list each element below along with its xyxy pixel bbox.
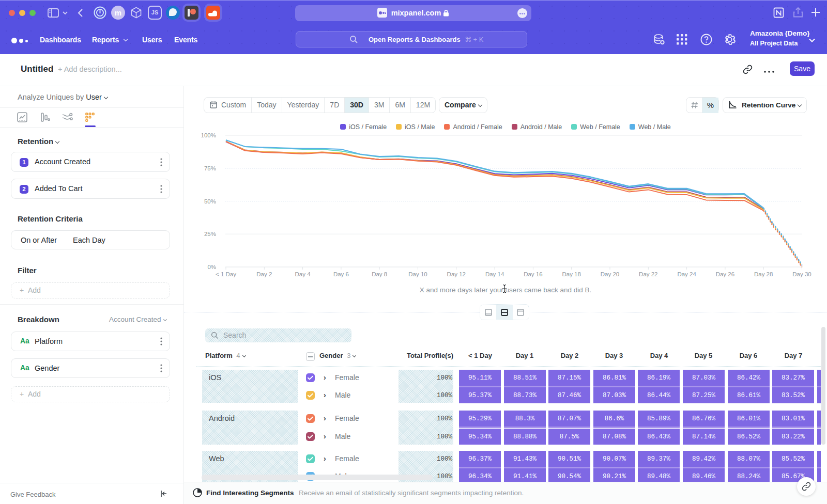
svg-text:Day 18: Day 18 xyxy=(562,271,580,277)
svg-text:< 1 Day: < 1 Day xyxy=(216,271,236,277)
svg-text:Day 4: Day 4 xyxy=(295,271,311,277)
svg-text:Day 16: Day 16 xyxy=(524,271,542,277)
svg-text:Day 22: Day 22 xyxy=(639,271,657,277)
svg-text:50%: 50% xyxy=(204,198,216,204)
svg-text:100%: 100% xyxy=(201,132,216,138)
svg-text:Day 12: Day 12 xyxy=(447,271,466,277)
svg-text:Day 14: Day 14 xyxy=(485,271,504,277)
svg-text:Day 10: Day 10 xyxy=(408,271,427,277)
svg-text:Day 28: Day 28 xyxy=(754,271,773,277)
svg-text:Day 24: Day 24 xyxy=(677,271,696,277)
svg-text:Day 8: Day 8 xyxy=(372,271,387,277)
svg-text:Day 20: Day 20 xyxy=(601,271,619,277)
svg-text:Day 2: Day 2 xyxy=(256,271,272,277)
svg-text:0%: 0% xyxy=(207,264,216,270)
svg-text:Day 6: Day 6 xyxy=(333,271,349,277)
svg-text:25%: 25% xyxy=(204,231,216,237)
svg-text:Day 26: Day 26 xyxy=(716,271,734,277)
svg-text:75%: 75% xyxy=(204,165,216,171)
svg-text:Day 30: Day 30 xyxy=(792,271,811,277)
